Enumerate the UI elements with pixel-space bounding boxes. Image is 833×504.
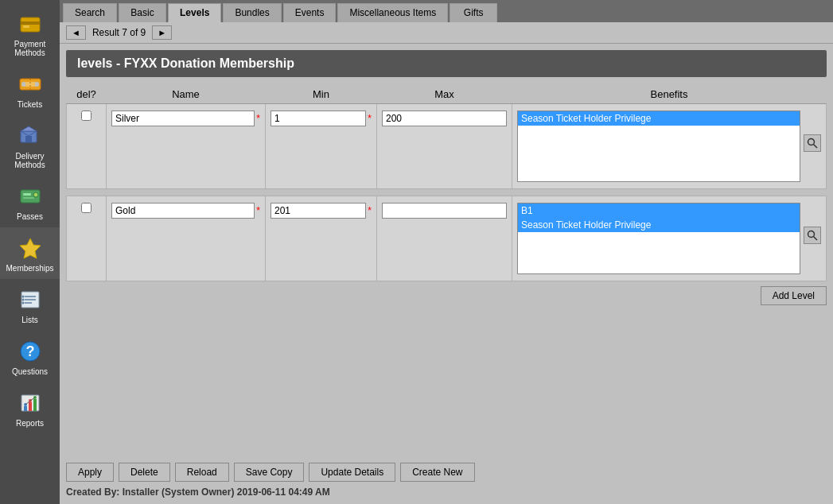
- sidebar-item-tickets[interactable]: Tickets: [0, 64, 60, 115]
- name-cell-2: *: [107, 196, 266, 281]
- max-input-1[interactable]: [382, 110, 507, 126]
- benefit-item[interactable]: B1: [518, 204, 800, 218]
- sidebar-label-questions: Questions: [12, 367, 48, 376]
- benefits-list-1[interactable]: Season Ticket Holder Privilege: [517, 110, 800, 182]
- del-cell-1: [67, 104, 107, 189]
- col-header-del: del?: [67, 85, 107, 104]
- tab-search[interactable]: Search: [63, 3, 117, 22]
- benefits-cell-2: B1 Season Ticket Holder Privilege: [512, 196, 827, 281]
- svg-point-34: [808, 139, 815, 145]
- benefits-list-2[interactable]: B1 Season Ticket Holder Privilege: [517, 203, 800, 274]
- min-cell-1: *: [266, 104, 377, 189]
- benefits-search-btn-1[interactable]: [804, 134, 821, 152]
- sidebar-item-passes[interactable]: Passes: [0, 176, 60, 227]
- save-copy-button[interactable]: Save Copy: [234, 463, 305, 482]
- delivery-methods-icon: [16, 122, 45, 150]
- max-input-2[interactable]: [382, 203, 507, 219]
- tab-bar: Search Basic Levels Bundles Events Misce…: [60, 0, 833, 22]
- passes-icon: [16, 182, 45, 211]
- benefits-container-1: Season Ticket Holder Privilege: [517, 110, 821, 182]
- max-cell-2: [377, 196, 512, 281]
- tab-gifts[interactable]: Gifts: [450, 3, 497, 22]
- svg-text:?: ?: [25, 343, 34, 359]
- del-cell-2: [67, 196, 107, 281]
- svg-line-35: [814, 145, 818, 149]
- sidebar-item-payment-methods[interactable]: Payment Methods: [0, 3, 60, 64]
- content-area: levels - FYXX Donation Membership del? N…: [60, 44, 833, 456]
- svg-rect-30: [33, 399, 37, 411]
- svg-point-24: [21, 302, 24, 304]
- update-details-button[interactable]: Update Details: [309, 463, 395, 482]
- name-cell-1: *: [107, 104, 266, 189]
- navigation-bar: ◄ Result 7 of 9 ►: [60, 22, 833, 44]
- tab-misc-items[interactable]: Miscellaneous Items: [337, 3, 448, 22]
- col-header-name: Name: [107, 85, 266, 104]
- sidebar-item-lists[interactable]: Lists: [0, 279, 60, 331]
- tab-basic[interactable]: Basic: [119, 3, 166, 22]
- tickets-icon: [16, 70, 45, 99]
- prev-button[interactable]: ◄: [66, 25, 86, 40]
- name-input-1[interactable]: [111, 110, 255, 126]
- sidebar-label-reports: Reports: [16, 419, 44, 428]
- svg-point-36: [808, 231, 815, 238]
- sidebar-item-delivery-methods[interactable]: Delivery Methods: [0, 115, 60, 176]
- svg-point-23: [21, 299, 24, 301]
- svg-point-22: [21, 296, 24, 298]
- add-level-button[interactable]: Add Level: [761, 286, 827, 305]
- delete-button[interactable]: Delete: [119, 463, 170, 482]
- sidebar-label-delivery-methods: Delivery Methods: [2, 152, 58, 169]
- main-content: Search Basic Levels Bundles Events Misce…: [60, 0, 833, 504]
- questions-icon: ?: [16, 337, 45, 366]
- reports-icon: [16, 389, 45, 417]
- sidebar-label-tickets: Tickets: [18, 100, 42, 109]
- sidebar-item-reports[interactable]: Reports: [0, 382, 60, 434]
- required-star-min-1: *: [368, 113, 372, 124]
- create-new-button[interactable]: Create New: [400, 463, 474, 482]
- tab-bundles[interactable]: Bundles: [223, 3, 281, 22]
- table-row: * * B1: [67, 196, 827, 281]
- svg-rect-28: [24, 406, 27, 411]
- svg-line-37: [814, 237, 818, 241]
- sidebar: Payment Methods Tickets Delivery Methods: [0, 0, 60, 504]
- svg-point-16: [33, 192, 38, 197]
- page-title: levels - FYXX Donation Membership: [66, 50, 827, 77]
- memberships-icon: [16, 234, 45, 262]
- min-cell-2: *: [266, 196, 377, 281]
- next-button[interactable]: ►: [152, 25, 172, 40]
- min-input-1[interactable]: [271, 110, 366, 126]
- svg-rect-29: [29, 402, 32, 411]
- tab-levels[interactable]: Levels: [168, 3, 221, 22]
- action-buttons: Apply Delete Reload Save Copy Update Det…: [66, 463, 827, 482]
- sidebar-item-memberships[interactable]: Memberships: [0, 227, 60, 279]
- min-input-2[interactable]: [271, 203, 366, 219]
- benefits-cell-1: Season Ticket Holder Privilege: [512, 104, 827, 189]
- reload-button[interactable]: Reload: [175, 463, 229, 482]
- lists-icon: [16, 285, 45, 314]
- add-level-row: Add Level: [66, 281, 827, 310]
- sidebar-label-lists: Lists: [21, 316, 38, 324]
- levels-table: del? Name Min Max Benefits *: [66, 85, 827, 281]
- benefit-item[interactable]: Season Ticket Holder Privilege: [518, 111, 800, 126]
- svg-rect-10: [25, 136, 32, 142]
- sidebar-label-passes: Passes: [17, 212, 43, 221]
- table-row: * * Seaso: [67, 104, 827, 189]
- col-header-max: Max: [377, 85, 512, 104]
- benefits-search-btn-2[interactable]: [804, 227, 821, 244]
- apply-button[interactable]: Apply: [66, 463, 114, 482]
- col-header-min: Min: [266, 85, 377, 104]
- result-text: Result 7 of 9: [92, 27, 146, 38]
- benefits-container-2: B1 Season Ticket Holder Privilege: [517, 203, 821, 274]
- svg-rect-1: [21, 21, 40, 25]
- name-input-2[interactable]: [111, 203, 255, 219]
- benefit-item[interactable]: Season Ticket Holder Privilege: [518, 218, 800, 232]
- bottom-bar: Apply Delete Reload Save Copy Update Det…: [60, 456, 833, 504]
- svg-rect-14: [23, 193, 31, 196]
- svg-rect-2: [23, 25, 29, 28]
- del-checkbox-1[interactable]: [81, 110, 91, 121]
- del-checkbox-2[interactable]: [81, 203, 91, 213]
- tab-events[interactable]: Events: [283, 3, 337, 22]
- max-cell-1: [377, 104, 512, 189]
- sidebar-item-questions[interactable]: ? Questions: [0, 331, 60, 382]
- payment-methods-icon: [16, 10, 45, 38]
- sidebar-label-memberships: Memberships: [6, 264, 53, 273]
